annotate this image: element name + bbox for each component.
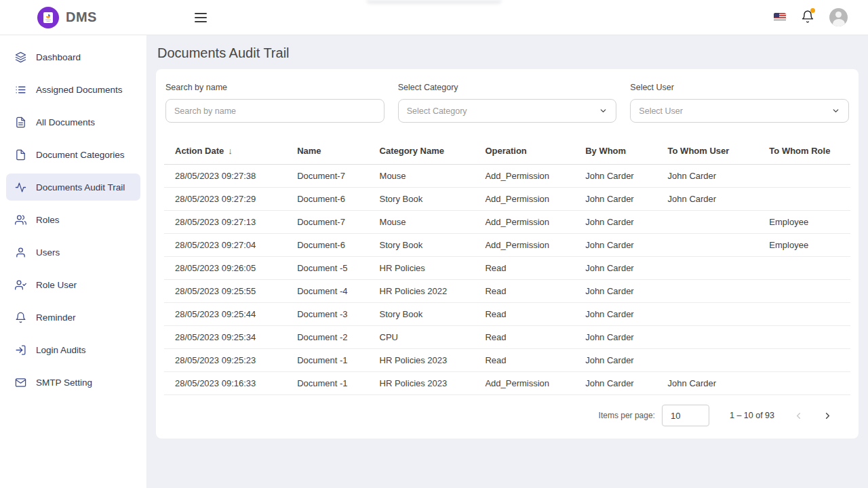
sidebar-item-dashboard[interactable]: Dashboard: [6, 43, 140, 70]
table-cell: [657, 211, 759, 234]
column-header-name[interactable]: Name: [286, 139, 368, 165]
table-cell: Read: [474, 326, 574, 349]
category-select[interactable]: Select Category: [398, 99, 617, 123]
column-header-by-whom[interactable]: By Whom: [574, 139, 656, 165]
list-icon: [14, 83, 26, 96]
sidebar-item-label: SMTP Setting: [36, 378, 92, 388]
table-row: 28/05/2023 09:25:34Document -2CPUReadJoh…: [164, 326, 850, 349]
user-select-placeholder: Select User: [639, 106, 831, 116]
avatar[interactable]: [829, 8, 848, 26]
sidebar-item-roles[interactable]: Roles: [6, 206, 140, 233]
filter-label: Search by name: [165, 83, 384, 92]
column-header-category-name[interactable]: Category Name: [369, 139, 475, 165]
main-content: Documents Audit Trail Search by name Sel…: [147, 35, 868, 488]
next-page-button[interactable]: [823, 411, 833, 421]
table-cell: HR Policies 2023: [369, 372, 475, 395]
table-cell: Read: [474, 280, 574, 303]
table-row: 28/05/2023 09:16:33Document -1HR Policie…: [164, 372, 850, 395]
dms-logo-icon: [37, 7, 59, 28]
activity-icon: [14, 181, 26, 193]
sidebar-item-label: Users: [36, 247, 60, 258]
page-title: Documents Audit Trail: [147, 35, 868, 69]
items-per-page-input[interactable]: [662, 405, 709, 426]
table-cell: Document -1: [286, 349, 368, 372]
sidebar-item-label: Reminder: [36, 312, 76, 323]
table-cell: John Carder: [574, 280, 656, 303]
table-row: 28/05/2023 09:27:29Document-6Story BookA…: [164, 188, 850, 211]
table-cell: John Carder: [657, 188, 759, 211]
menu-icon[interactable]: [195, 9, 212, 26]
table-cell: John Carder: [574, 234, 656, 257]
sidebar-item-documents-audit-trail[interactable]: Documents Audit Trail: [6, 174, 140, 201]
table-cell: John Carder: [574, 165, 656, 188]
column-header-to-whom-role[interactable]: To Whom Role: [758, 139, 850, 165]
table-cell: Read: [474, 349, 574, 372]
search-input[interactable]: [174, 106, 376, 116]
sidebar-item-role-user[interactable]: Role User: [6, 271, 140, 298]
filter-label: Select Category: [398, 83, 617, 92]
table-row: 28/05/2023 09:25:44Document -3Story Book…: [164, 303, 850, 326]
layers-icon: [14, 51, 26, 63]
table-cell: John Carder: [574, 303, 656, 326]
table-cell: John Carder: [574, 372, 656, 395]
table-cell: Add_Permission: [474, 165, 574, 188]
table-cell: [657, 303, 759, 326]
table-cell: [657, 257, 759, 280]
table-cell: 28/05/2023 09:27:38: [164, 165, 286, 188]
sidebar-item-assigned-documents[interactable]: Assigned Documents: [6, 76, 140, 103]
table-cell: Mouse: [369, 211, 475, 234]
category-select-placeholder: Select Category: [407, 106, 599, 116]
sidebar-nav: DashboardAssigned DocumentsAll Documents…: [0, 35, 147, 488]
previous-page-button[interactable]: [793, 411, 804, 421]
table-cell: Mouse: [369, 165, 475, 188]
items-per-page-label: Items per page:: [599, 411, 655, 420]
table-cell: Read: [474, 257, 574, 280]
top-edge-artifact: [366, 0, 502, 4]
table-cell: 28/05/2023 09:25:34: [164, 326, 286, 349]
table-cell: HR Policies 2023: [369, 349, 475, 372]
sidebar-item-all-documents[interactable]: All Documents: [6, 108, 140, 136]
table-cell: John Carder: [574, 326, 656, 349]
sidebar-item-smtp-setting[interactable]: SMTP Setting: [6, 369, 140, 396]
table-cell: John Carder: [574, 188, 656, 211]
table-cell: [657, 326, 759, 349]
table-cell: [758, 165, 850, 188]
table-cell: 28/05/2023 09:16:33: [164, 372, 286, 395]
filter-select-category: Select Category Select Category: [398, 83, 617, 123]
table-cell: Add_Permission: [474, 188, 574, 211]
sidebar-item-login-audits[interactable]: Login Audits: [6, 336, 140, 363]
login-icon: [14, 344, 26, 356]
us-flag-icon[interactable]: [774, 13, 786, 22]
table-cell: [758, 372, 850, 395]
file-icon: [14, 148, 26, 161]
column-header-operation[interactable]: Operation: [474, 139, 574, 165]
table-cell: 28/05/2023 09:25:44: [164, 303, 286, 326]
notification-bell-icon[interactable]: [801, 9, 814, 26]
table-row: 28/05/2023 09:25:23Document -1HR Policie…: [164, 349, 850, 372]
table-cell: [758, 280, 850, 303]
table-cell: [657, 349, 759, 372]
table-cell: Document-7: [286, 165, 368, 188]
chevron-down-icon: [831, 106, 840, 115]
sidebar-item-document-categories[interactable]: Document Categories: [6, 141, 140, 168]
sidebar-item-label: Roles: [36, 215, 60, 225]
column-header-to-whom-user[interactable]: To Whom User: [657, 139, 759, 165]
table-cell: Employee: [758, 211, 850, 234]
column-header-action-date[interactable]: Action Date↓: [164, 139, 286, 165]
table-cell: Document -3: [286, 303, 368, 326]
user-select[interactable]: Select User: [630, 99, 849, 123]
table-cell: 28/05/2023 09:26:05: [164, 257, 286, 280]
table-cell: John Carder: [657, 165, 759, 188]
chevron-down-icon: [599, 106, 608, 115]
filter-label: Select User: [630, 83, 849, 92]
table-cell: [758, 188, 850, 211]
table-cell: Document -2: [286, 326, 368, 349]
table-cell: Add_Permission: [474, 372, 574, 395]
sidebar-item-label: Assigned Documents: [36, 85, 123, 95]
sidebar-item-reminder[interactable]: Reminder: [6, 304, 140, 331]
notification-badge: [810, 8, 815, 13]
table-cell: Document -4: [286, 280, 368, 303]
table-cell: Story Book: [369, 188, 475, 211]
sidebar-item-users[interactable]: Users: [6, 239, 140, 266]
pagination-range: 1 – 10 of 93: [730, 411, 774, 420]
